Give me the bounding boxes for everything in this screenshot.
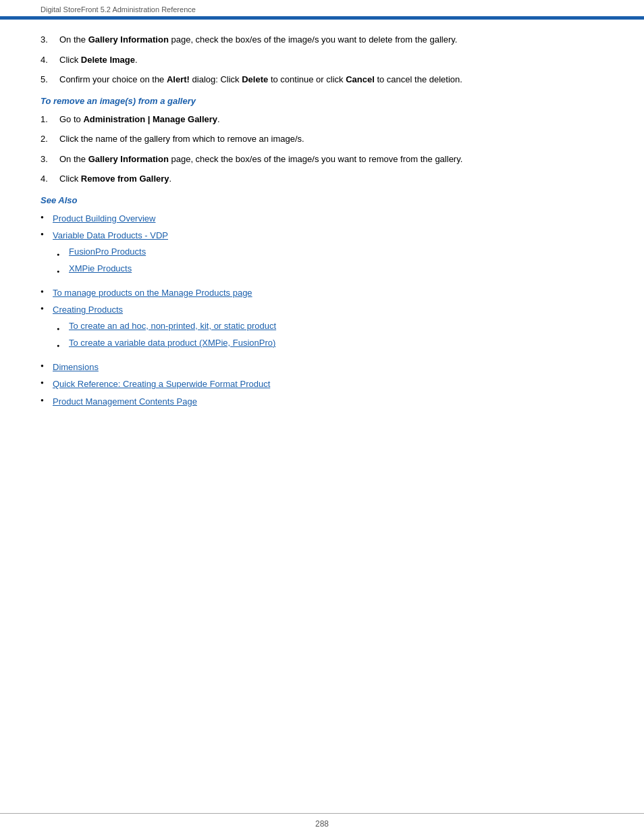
remove-step-2: 2. Click the name of the gallery from wh… — [41, 132, 603, 146]
step-4-content: Click Delete Image. — [59, 53, 603, 67]
remove-steps-list: 1. Go to Administration | Manage Gallery… — [41, 113, 603, 186]
page-footer: 288 — [0, 813, 644, 834]
remove-step-4-content: Click Remove from Gallery. — [59, 172, 603, 186]
bullet-icon-manage-products — [41, 286, 53, 296]
step-4: 4. Click Delete Image. — [41, 53, 603, 67]
remove-step-1-content: Go to Administration | Manage Gallery. — [59, 113, 603, 126]
remove-step-3: 3. On the Gallery Information page, chec… — [41, 153, 603, 166]
bullet-icon-product-building — [41, 212, 53, 221]
step-5-cancel-bold: Cancel — [346, 74, 375, 84]
step-5-alert-bold: Alert! — [167, 74, 190, 84]
sub-bullet-icon-fusionpro — [57, 245, 69, 260]
remove-step-2-content: Click the name of the gallery from which… — [59, 132, 603, 146]
see-also-list: Product Building Overview Variable Data … — [41, 212, 603, 409]
step-3: 3. On the Gallery Information page, chec… — [41, 33, 603, 47]
step-5-number: 5. — [41, 73, 59, 86]
creating-products-sub-list: To create an ad hoc, non-printed, kit, o… — [41, 319, 603, 354]
see-also-heading: See Also — [41, 195, 603, 205]
remove-step-4: 4. Click Remove from Gallery. — [41, 172, 603, 186]
step-4-number: 4. — [41, 53, 59, 67]
link-product-building[interactable]: Product Building Overview — [53, 212, 155, 226]
variable-data-product-link[interactable]: To create a variable data product (XMPie… — [69, 336, 275, 350]
list-item-dimensions: Dimensions — [41, 361, 603, 374]
remove-step-1: 1. Go to Administration | Manage Gallery… — [41, 113, 603, 126]
remove-step-3-bold: Gallery Information — [88, 154, 169, 164]
main-content: 3. On the Gallery Information page, chec… — [0, 20, 644, 813]
list-item-quick-reference: Quick Reference: Creating a Superwide Fo… — [41, 377, 603, 391]
step-5-content: Confirm your choice on the Alert! dialog… — [59, 73, 603, 86]
fusionpro-products-link[interactable]: FusionPro Products — [69, 245, 146, 259]
remove-section-heading: To remove an image(s) from a gallery — [41, 96, 603, 106]
link-manage-products[interactable]: To manage products on the Manage Product… — [53, 286, 252, 300]
link-variable-data[interactable]: Variable Data Products - VDP — [53, 229, 168, 242]
bullet-icon-variable-data — [41, 229, 53, 238]
step-5-delete-bold: Delete — [242, 74, 268, 84]
dimensions-link[interactable]: Dimensions — [53, 362, 99, 372]
remove-step-4-number: 4. — [41, 172, 59, 186]
list-item-creating-products: Creating Products To create an ad hoc, n… — [41, 303, 603, 357]
bullet-icon-quick-reference — [41, 377, 53, 387]
step-3-content: On the Gallery Information page, check t… — [59, 33, 603, 47]
quick-reference-link[interactable]: Quick Reference: Creating a Superwide Fo… — [53, 379, 270, 389]
manage-products-link[interactable]: To manage products on the Manage Product… — [53, 288, 252, 298]
list-item-manage-products: To manage products on the Manage Product… — [41, 286, 603, 300]
step-5: 5. Confirm your choice on the Alert! dia… — [41, 73, 603, 86]
sub-bullet-icon-adhoc — [57, 319, 69, 334]
xmpie-products-link[interactable]: XMPie Products — [69, 262, 132, 276]
link-dimensions[interactable]: Dimensions — [53, 361, 99, 374]
sub-list-item-adhoc: To create an ad hoc, non-printed, kit, o… — [41, 319, 603, 334]
steps-list: 3. On the Gallery Information page, chec… — [41, 33, 603, 86]
page-header: Digital StoreFront 5.2 Administration Re… — [0, 0, 644, 16]
product-building-overview-link[interactable]: Product Building Overview — [53, 213, 155, 224]
adhoc-product-link[interactable]: To create an ad hoc, non-printed, kit, o… — [69, 319, 276, 333]
variable-data-products-link[interactable]: Variable Data Products - VDP — [53, 230, 168, 240]
list-item-variable-data: Variable Data Products - VDP FusionPro P… — [41, 229, 603, 282]
sub-list-item-xmpie: XMPie Products — [41, 262, 603, 277]
page-number: 288 — [315, 819, 329, 829]
sub-bullet-icon-xmpie — [57, 262, 69, 277]
list-item-product-management: Product Management Contents Page — [41, 395, 603, 409]
step-3-number: 3. — [41, 33, 59, 47]
remove-step-1-bold: Administration | Manage Gallery — [83, 114, 217, 124]
remove-step-3-number: 3. — [41, 153, 59, 166]
list-item-product-building: Product Building Overview — [41, 212, 603, 226]
sub-bullet-icon-variable-create — [57, 336, 69, 351]
link-creating-products[interactable]: Creating Products — [53, 303, 123, 317]
step-4-bold: Delete Image — [81, 55, 135, 65]
link-quick-reference[interactable]: Quick Reference: Creating a Superwide Fo… — [53, 377, 270, 391]
step-3-bold: Gallery Information — [88, 34, 169, 45]
bullet-icon-creating-products — [41, 303, 53, 313]
remove-step-2-number: 2. — [41, 132, 59, 146]
bullet-icon-product-management — [41, 395, 53, 405]
remove-step-3-content: On the Gallery Information page, check t… — [59, 153, 603, 166]
page-container: Digital StoreFront 5.2 Administration Re… — [0, 0, 644, 834]
remove-step-4-bold: Remove from Gallery — [81, 174, 169, 184]
remove-step-1-number: 1. — [41, 113, 59, 126]
link-product-management[interactable]: Product Management Contents Page — [53, 395, 197, 409]
document-title: Digital StoreFront 5.2 Administration Re… — [41, 5, 196, 14]
bullet-icon-dimensions — [41, 361, 53, 370]
sub-list-item-fusionpro: FusionPro Products — [41, 245, 603, 260]
creating-products-link[interactable]: Creating Products — [53, 305, 123, 315]
product-management-contents-link[interactable]: Product Management Contents Page — [53, 396, 197, 407]
variable-data-sub-list: FusionPro Products XMPie Products — [41, 245, 603, 280]
sub-list-item-variable-create: To create a variable data product (XMPie… — [41, 336, 603, 351]
